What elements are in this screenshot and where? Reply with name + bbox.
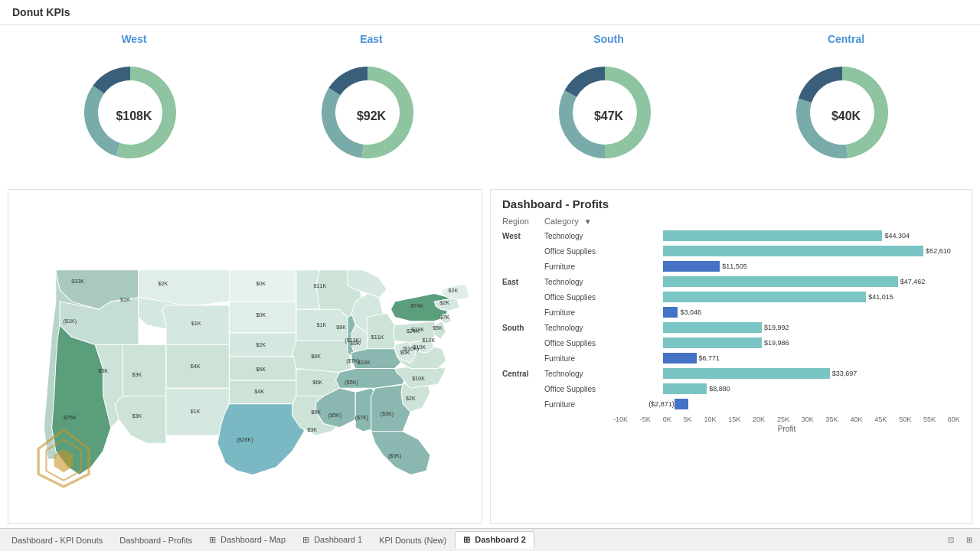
tab-dashboard---kpi-donuts[interactable]: Dashboard - KPI Donuts [3, 532, 111, 549]
chart-category-label: Office Supplies [544, 385, 613, 393]
svg-text:($7K): ($7K) [346, 357, 360, 364]
chart-bar-area: $19,992 [613, 322, 960, 333]
bar-value-label: $47,462 [900, 278, 926, 285]
donut-central: Central$40K [758, 33, 934, 181]
svg-text:$6K: $6K [311, 353, 321, 360]
chart-bar [663, 276, 898, 287]
svg-marker-8 [122, 345, 166, 396]
tab-dashboard---map[interactable]: ⊞ Dashboard - Map [201, 531, 294, 549]
tab-bar: Dashboard - KPI DonutsDashboard - Profit… [0, 528, 980, 551]
bar-value-label: $11,505 [722, 262, 747, 270]
chart-bar [663, 230, 883, 241]
x-axis-tick: 45K [874, 416, 887, 423]
tab-label: KPI Donuts (New) [379, 536, 446, 545]
svg-text:($3K): ($3K) [388, 452, 402, 459]
donut-title-south: South [593, 33, 624, 45]
table-row: Furniture$11,505 [502, 259, 960, 273]
svg-text:$3K: $3K [132, 412, 142, 419]
svg-text:$6K: $6K [312, 379, 322, 386]
svg-text:$0K: $0K [351, 340, 361, 347]
donut-west: West$108K [46, 33, 222, 181]
chart-region-label: West [502, 232, 544, 240]
tab-dashboard-1[interactable]: ⊞ Dashboard 1 [294, 531, 371, 549]
chart-bar-area: ($2,871) [613, 399, 960, 409]
tab-grid-icon: ⊞ [302, 535, 312, 544]
chart-bar-area: $41,015 [613, 292, 960, 302]
table-row: WestTechnology$44,304 [502, 229, 960, 243]
chart-bar-area: $47,462 [613, 276, 960, 287]
x-axis-tick: -5K [640, 416, 651, 423]
donut-value-south: $47K [594, 109, 623, 123]
chart-bar [675, 399, 689, 409]
chart-bar-area: $19,986 [613, 337, 960, 348]
chart-bar-area: $3,046 [613, 307, 960, 318]
chart-category-label: Technology [544, 232, 613, 240]
svg-text:$1K: $1K [316, 321, 326, 328]
chart-bar [663, 246, 923, 256]
chart-category-label: Office Supplies [544, 247, 613, 256]
x-axis-tick: 30K [802, 416, 814, 423]
x-axis-tick: 60K [948, 416, 960, 423]
svg-text:$6K: $6K [256, 366, 266, 373]
chart-region-label: Central [502, 370, 544, 378]
bar-value-label: $44,304 [884, 232, 910, 240]
bar-value-label: $19,992 [764, 324, 789, 331]
svg-text:$1K: $1K [191, 408, 201, 415]
x-axis-tick: 35K [826, 416, 838, 423]
us-map: $33K ($1K) $76K $3K $1K $2K $1K $3K $4K … [8, 190, 482, 523]
svg-text:$3K: $3K [132, 371, 142, 378]
svg-text:$11K: $11K [313, 282, 326, 289]
chart-category-label: Office Supplies [544, 293, 613, 302]
table-row: Office Supplies$52,610 [502, 244, 960, 258]
svg-text:($3K): ($3K) [381, 410, 394, 417]
svg-text:$3K: $3K [98, 367, 108, 374]
svg-marker-16 [229, 380, 300, 404]
category-header: Category ▼ [544, 217, 613, 226]
chart-bar-area: $52,610 [613, 246, 960, 256]
svg-text:($5K): ($5K) [328, 412, 342, 419]
bar-value-label: $19,986 [764, 339, 789, 347]
fit-height-button[interactable]: ⊞ [962, 533, 977, 548]
x-axis-tick: 25K [777, 416, 789, 423]
x-axis-tick: 55K [923, 416, 936, 423]
chart-region-label: East [502, 278, 544, 286]
filter-icon[interactable]: ▼ [584, 217, 592, 226]
svg-text:$7K: $7K [439, 314, 449, 321]
donuts-section: West$108KEast$92KSouth$47KCentral$40K [0, 25, 980, 185]
chart-bar [663, 307, 678, 318]
donut-south: South$47K [521, 33, 697, 181]
donut-title-west: West [121, 33, 146, 45]
bottom-section: $33K ($1K) $76K $3K $1K $2K $1K $3K $4K … [0, 185, 980, 528]
chart-bar-area: $6,771 [613, 353, 960, 364]
svg-text:$1K: $1K [191, 320, 201, 327]
x-axis-title: Profit [502, 425, 960, 433]
svg-text:$4K: $4K [191, 363, 201, 370]
chart-bar [663, 261, 720, 272]
svg-text:($7K): ($7K) [355, 414, 369, 421]
chart-category-label: Technology [544, 278, 613, 286]
table-row: EastTechnology$47,462 [502, 275, 960, 289]
tab-label: Dashboard 1 [314, 535, 362, 544]
donut-value-central: $40K [831, 109, 861, 123]
table-row: SouthTechnology$19,992 [502, 321, 960, 334]
donut-title-east: East [360, 33, 383, 45]
tab-kpi-donuts-(new)[interactable]: KPI Donuts (New) [371, 532, 455, 549]
svg-text:$3K: $3K [307, 426, 317, 433]
tabs-container: Dashboard - KPI DonutsDashboard - Profit… [3, 531, 534, 549]
bar-value-label: $33,697 [832, 370, 858, 377]
tab-dashboard-2[interactable]: ⊞ Dashboard 2 [455, 531, 534, 549]
svg-text:($5K): ($5K) [345, 379, 358, 386]
tab-dashboard---profits[interactable]: Dashboard - Profits [111, 532, 201, 549]
table-row: Office Supplies$41,015 [502, 290, 960, 304]
svg-text:$0K: $0K [256, 280, 266, 287]
svg-text:$2K: $2K [449, 287, 459, 294]
tab-label: Dashboard - KPI Donuts [11, 536, 103, 545]
chart-region-label: South [502, 324, 544, 332]
tab-label: Dashboard - Profits [119, 536, 192, 545]
fit-width-button[interactable]: ⊡ [943, 533, 959, 548]
donut-chart-east: $92K [306, 51, 436, 181]
svg-text:$10K: $10K [413, 344, 426, 350]
chart-category-label: Technology [544, 370, 613, 378]
svg-text:$2K: $2K [439, 299, 449, 306]
x-axis-tick: 0K [663, 416, 671, 423]
